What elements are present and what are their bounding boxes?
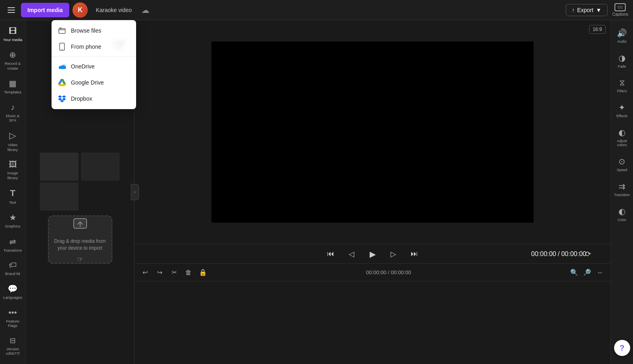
fast-forward-button[interactable]: ▷	[387, 248, 400, 261]
time-display: 00:00:00 / 00:00:00	[531, 250, 586, 258]
sidebar-item-transitions[interactable]: ⇌ Transitions	[2, 234, 24, 256]
fade-label: Fade	[618, 64, 626, 68]
transition-label: Transition	[614, 193, 630, 197]
help-button[interactable]: ?	[614, 340, 630, 356]
right-item-fade[interactable]: ◑ Fade	[612, 50, 633, 72]
dropdown-google-drive[interactable]: Google Drive	[52, 74, 136, 91]
version-icon: ⊟	[10, 336, 16, 345]
import-media-button[interactable]: Import media	[21, 3, 69, 17]
sidebar-item-image-library[interactable]: 🖼 Image library	[2, 157, 24, 183]
video-canvas	[211, 41, 534, 223]
record-create-icon: ⊕	[9, 50, 16, 60]
panel-collapse-button[interactable]: ‹	[131, 184, 139, 200]
captions-label: Captions	[612, 12, 628, 17]
canvas-viewport: 16:9	[134, 20, 610, 244]
dropdown-divider	[52, 56, 136, 57]
skip-forward-button[interactable]: ⏭	[408, 248, 421, 261]
time-separator: /	[558, 250, 559, 258]
menu-button[interactable]	[5, 4, 18, 17]
drop-cursor: ☞	[77, 255, 83, 264]
onedrive-icon	[58, 62, 66, 70]
tl-current-time: 00:00:00	[366, 269, 387, 275]
zoom-controls: 🔍 🔎 ↔	[569, 267, 606, 278]
color-label: Color	[618, 218, 627, 222]
topbar: Import media K Karaoke video ☁ ↑ Export …	[0, 0, 633, 20]
export-icon: ↑	[572, 7, 575, 13]
delete-button[interactable]: 🗑	[183, 267, 194, 278]
cut-button[interactable]: ✂	[168, 267, 180, 278]
sidebar-item-label: Image library	[3, 171, 23, 180]
video-library-icon: ▷	[9, 130, 16, 141]
right-panel: 🔊 Audio ◑ Fade ⧖ Filters ✦ Effects ◐ Adj…	[610, 20, 633, 364]
tab-karaoke-video[interactable]: Karaoke video	[91, 4, 137, 17]
graphics-icon: ★	[9, 213, 17, 222]
transitions-icon: ⇌	[9, 237, 16, 246]
import-dropdown: Browse files From phone	[52, 20, 136, 109]
sidebar-item-video-library[interactable]: ▷ Video library	[2, 127, 24, 155]
zoom-in-button[interactable]: 🔎	[581, 267, 593, 278]
redo-button[interactable]: ↪	[154, 267, 165, 278]
sidebar-item-label: Templates	[4, 90, 21, 94]
fit-button[interactable]: ↔	[594, 267, 606, 278]
sidebar-item-music-sfx[interactable]: ♪ Music & SFX	[2, 99, 24, 126]
help-icon: ?	[619, 343, 624, 353]
svg-point-3	[62, 49, 62, 50]
sidebar-item-brand-kit[interactable]: 🏷 Brand kit	[2, 257, 24, 279]
sidebar-item-label: Graphics	[5, 224, 20, 228]
feature-flags-icon: •••	[8, 308, 17, 317]
rewind-button[interactable]: ◁	[345, 248, 358, 261]
effects-icon: ✦	[619, 103, 625, 112]
dropdown-browse-files[interactable]: Browse files	[52, 23, 136, 39]
right-item-color[interactable]: ◐ Color	[612, 203, 633, 225]
right-item-transition[interactable]: ⇉ Transition	[612, 178, 633, 200]
media-panel: Browse files From phone	[26, 20, 134, 364]
sidebar-item-your-media[interactable]: 🎞 Your media	[2, 23, 24, 45]
timeline: ↩ ↪ ✂ 🗑 🔒 00:00:00 / 00:00:00 🔍 🔎 ↔	[134, 263, 610, 364]
timeline-tracks	[134, 281, 610, 364]
undo-button[interactable]: ↩	[139, 267, 151, 278]
image-library-icon: 🖼	[9, 160, 17, 169]
dropdown-dropbox[interactable]: Dropbox	[52, 91, 136, 107]
timeline-toolbar: ↩ ↪ ✂ 🗑 🔒 00:00:00 / 00:00:00 🔍 🔎 ↔	[134, 264, 610, 281]
sidebar-item-feature-flags[interactable]: ••• Feature Flags	[2, 305, 24, 331]
zoom-out-button[interactable]: 🔍	[569, 267, 580, 278]
dropbox-label: Dropbox	[71, 95, 92, 102]
sidebar-item-label: Version cd5677f	[3, 347, 23, 356]
adjust-colors-label: Adjust colors	[613, 139, 631, 147]
tl-total-time: 00:00:00	[391, 269, 411, 275]
lock-button[interactable]: 🔒	[197, 267, 209, 278]
skip-back-button[interactable]: ⏮	[324, 248, 337, 261]
sidebar-item-templates[interactable]: ▦ Templates	[2, 75, 24, 97]
right-item-audio[interactable]: 🔊 Audio	[612, 25, 633, 47]
captions-button[interactable]: CC Captions	[612, 3, 628, 17]
right-item-filters[interactable]: ⧖ Filters	[612, 75, 633, 96]
sidebar-item-version[interactable]: ⊟ Version cd5677f	[2, 333, 24, 359]
google-drive-label: Google Drive	[71, 79, 104, 86]
color-icon: ◐	[619, 207, 625, 216]
cloud-icon[interactable]: ☁	[141, 5, 149, 15]
sidebar-item-label: Record &create	[5, 61, 21, 70]
dropdown-from-phone[interactable]: From phone	[52, 39, 136, 55]
from-phone-label: From phone	[71, 43, 101, 50]
sidebar-item-text[interactable]: T Text	[2, 185, 24, 208]
dropbox-icon	[58, 95, 66, 103]
right-item-speed[interactable]: ⊙ Speed	[612, 153, 633, 175]
drop-zone[interactable]: Drag & drop media from your device to im…	[48, 215, 112, 264]
right-item-adjust-colors[interactable]: ◐ Adjust colors	[612, 124, 633, 150]
sidebar-item-graphics[interactable]: ★ Graphics	[2, 209, 24, 232]
sidebar-item-label: Brand kit	[5, 271, 21, 276]
avatar[interactable]: K	[72, 2, 88, 18]
sidebar-item-languages[interactable]: 💬 Languages	[2, 281, 24, 303]
export-button[interactable]: ↑ Export ▼	[566, 4, 607, 16]
play-button[interactable]: ▶	[366, 248, 379, 261]
effects-label: Effects	[616, 114, 627, 118]
dropdown-onedrive[interactable]: OneDrive	[52, 58, 136, 74]
main-layout: 🎞 Your media ⊕ Record &create ▦ Template…	[0, 20, 633, 364]
right-item-effects[interactable]: ✦ Effects	[612, 99, 633, 121]
from-phone-icon	[58, 43, 66, 51]
audio-label: Audio	[617, 39, 627, 43]
topbar-right: ↑ Export ▼ CC Captions	[566, 3, 628, 17]
aspect-ratio-badge: 16:9	[589, 25, 606, 34]
filters-label: Filters	[617, 89, 627, 93]
sidebar-item-record-create[interactable]: ⊕ Record &create	[2, 47, 24, 74]
